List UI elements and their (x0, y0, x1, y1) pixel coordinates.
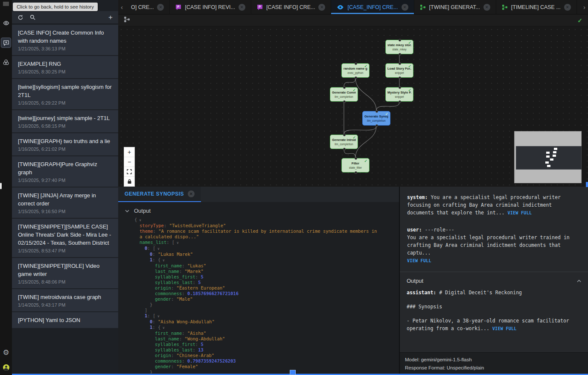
json-line: 1: { ∨ (118, 257, 399, 263)
minimap-node-dot (550, 158, 553, 161)
minimap-node-dot (553, 155, 556, 157)
right-edge-resize-handle[interactable] (586, 182, 588, 187)
graph-node-generate_synopsis[interactable]: ✓Generate Synop...llm_completion (362, 111, 390, 126)
fit-view-button[interactable] (124, 167, 134, 177)
graph-node-mystery_style[interactable]: ✓Mystery Style F...snippet (385, 87, 413, 102)
tabs-scroll-right-icon[interactable]: › (581, 0, 588, 14)
minimap[interactable] (514, 131, 582, 183)
gear-icon[interactable]: ⚙ (2, 348, 10, 357)
list-item[interactable]: [EXAMPLE] RNG1/16/2025, 8:30:25 PM (12, 56, 118, 78)
response-output-header[interactable]: Output (400, 272, 588, 288)
prompt-title: [twine][syllogism] sample syllogism for … (18, 83, 112, 99)
graph-node-load_story[interactable]: ✓Load Story For...snippet (385, 63, 413, 78)
prompt-list: [CASE INFO] Create Common Info with rand… (12, 24, 118, 375)
response-output-label: Output (407, 278, 423, 284)
history-tooltip: Click to go back, hold to see history (13, 3, 98, 11)
json-line: origin: "Eastern European" (118, 285, 399, 291)
app-root: ⚙ Prompts + [CASE INFO] Create Common In… (0, 0, 588, 375)
close-icon[interactable]: ✕ (157, 4, 164, 11)
list-item[interactable]: [PYTHON] Yaml to JSON (12, 312, 118, 328)
json-line: theme: "A romance scam facilitator is ki… (118, 229, 399, 240)
json-line: syllables_last: 5 (118, 280, 399, 285)
chat-sparkle-icon[interactable] (1, 38, 11, 48)
json-line: 1: [ ∨ (118, 313, 399, 319)
output-tab-generate-synopsis[interactable]: GENERATE SYNOPSIS ✕ (118, 187, 201, 202)
output-section-header[interactable]: Output (118, 202, 399, 217)
view-full-link[interactable]: VIEW FULL (507, 211, 532, 215)
minimap-node-dot (554, 148, 557, 150)
close-icon[interactable]: ✕ (483, 4, 490, 11)
prompt-title: [TWINE] [JINJA] Array merge in correct o… (18, 191, 112, 208)
view-full-link[interactable]: VIEW FULL (407, 258, 431, 263)
left-edge-resize-handle[interactable] (0, 183, 2, 189)
tab[interactable]: O] CRE...✕ (125, 0, 170, 14)
graph-node-random_name[interactable]: ✓random name g...exec_python (341, 63, 370, 78)
add-prompt-button[interactable]: + (108, 13, 113, 22)
list-item[interactable]: [TWINE][SNIPPET][SAMPLE CASE] Online Thr… (12, 219, 118, 257)
close-icon[interactable]: ✕ (188, 190, 195, 197)
json-line: gender: "Male" (118, 296, 399, 302)
close-icon[interactable]: ✕ (239, 4, 245, 11)
chevron-up-icon (577, 280, 581, 282)
eye-icon[interactable] (2, 19, 10, 27)
view-full-link[interactable]: VIEW FULL (492, 326, 517, 331)
json-line: names_list: [ ∨ (118, 240, 399, 246)
list-item[interactable]: [TWINE] [JINJA] Array merge in correct o… (12, 188, 118, 218)
refresh-icon[interactable] (17, 15, 23, 21)
node-check-icon: ✓ (364, 159, 367, 163)
node-check-icon: ✓ (408, 88, 411, 92)
graph-node-filter[interactable]: ✓Filterstate_filter (341, 158, 370, 173)
graph-node-generate_intro[interactable]: ✓Generate Introd...llm_completion (330, 135, 358, 149)
chat-purple-icon (257, 4, 263, 10)
zoom-out-button[interactable]: − (124, 157, 134, 167)
prompt-timestamp: 1/16/2025, 8:30:25 PM (18, 69, 112, 74)
app-logo (3, 2, 9, 6)
list-item[interactable]: [twine][syllogism] sample syllogism for … (12, 79, 118, 109)
chevron-down-icon (125, 210, 129, 212)
node-output-panel: GENERATE SYNOPSIS ✕ Output { ∨storyType:… (118, 187, 400, 375)
json-output-viewer[interactable]: { ∨storyType: "TwistedLoveTriangle"theme… (118, 217, 399, 375)
close-icon[interactable]: ✕ (318, 4, 325, 11)
tabs-scroll-left-icon[interactable]: ‹ (118, 0, 125, 14)
prompt-timestamp: 1/16/2025, 6:58:15 PM (18, 123, 112, 129)
json-line: last_name: "Wong-Abdullah" (118, 336, 399, 342)
tab[interactable]: [TIMELINE] CASE ...✕ (496, 0, 577, 14)
tab[interactable]: [TWINE] GENERAT...✕ (414, 0, 496, 14)
graph-node-generate_common[interactable]: ✓Generate Comm...llm_completion (330, 87, 358, 102)
list-item[interactable]: [TWINE][SNIPPET][ROLE] Video game writer… (12, 258, 118, 288)
graph-node-state_mkey[interactable]: ✓state mkey stor...state_mkey (385, 40, 413, 54)
json-line: syllables_first: 5 (118, 274, 399, 280)
eye-blue-icon (337, 5, 344, 10)
avatar[interactable] (3, 364, 9, 371)
user-message: user: ---role---You are a specialist leg… (407, 226, 581, 265)
tab-label: [CASE_INFO] CRE... (347, 4, 398, 10)
prompt-timestamp: 1/21/2025, 3:36:13 PM (18, 46, 112, 51)
list-item[interactable]: [TWINE][GRAPH]Pure Graphviz graph1/15/20… (12, 156, 118, 187)
json-line: origin: "Chinese-Arab" (118, 353, 399, 358)
graph-canvas[interactable]: ✓ ✓state mkey stor...state_mkey✓random n… (118, 15, 588, 187)
tab[interactable]: [CASE INFO] CRE...✕ (251, 0, 332, 14)
close-icon[interactable]: ✕ (564, 4, 571, 11)
bottom-resize-grip[interactable] (290, 370, 296, 375)
json-line: syllables_last: 13 (118, 347, 399, 353)
prompt-timestamp: 1/16/2025, 6:29:22 PM (18, 100, 112, 105)
prompts-toolbar: + (12, 11, 118, 24)
workflow-icon[interactable] (124, 16, 130, 24)
flow-green-icon (502, 4, 508, 10)
prompt-timestamp: 1/15/2025, 8:48:06 PM (18, 279, 112, 284)
list-item[interactable]: [TWINE] metroidvania case graph1/14/2025… (12, 289, 118, 311)
list-item[interactable]: [TWINE][GRAPH} two truths and a lie1/16/… (12, 133, 118, 155)
tab[interactable]: [CASE INFO] REVI...✕ (170, 0, 251, 14)
list-item[interactable]: [twine][journey] simple sample - 2T1L1/1… (12, 110, 118, 132)
tab-active[interactable]: [CASE_INFO] CRE...✕ (331, 0, 414, 14)
canvas-toolbar: ✓ (118, 15, 588, 26)
list-item[interactable]: [CASE INFO] Create Common Info with rand… (12, 25, 118, 55)
search-icon[interactable] (30, 15, 35, 20)
json-line: last_name: "Marek" (118, 269, 399, 274)
json-line: commonness: 0.18576966276721016 (118, 291, 399, 296)
lock-button[interactable] (124, 177, 134, 186)
knot-icon[interactable] (2, 58, 10, 67)
assistant-paragraph: ### Synopsis (407, 303, 581, 311)
close-icon[interactable]: ✕ (402, 4, 408, 11)
zoom-in-button[interactable]: + (124, 147, 134, 157)
